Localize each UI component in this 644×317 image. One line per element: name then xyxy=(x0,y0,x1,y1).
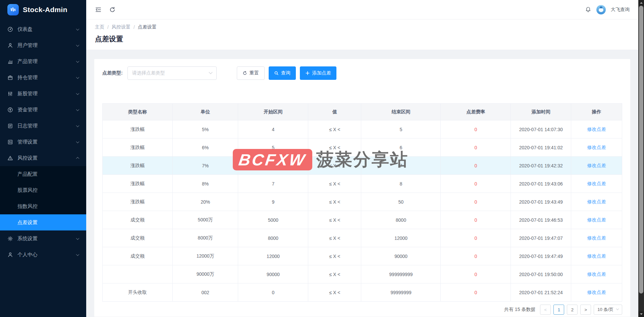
cell-end: 12000 xyxy=(361,229,441,247)
next-page-button[interactable]: > xyxy=(580,305,591,315)
cell-start: 5 xyxy=(238,139,308,157)
page-button-2[interactable]: 2 xyxy=(567,305,578,315)
cell-type: 涨跌幅 xyxy=(103,120,173,139)
sidebar-item-8[interactable]: 风控设置 xyxy=(0,150,86,166)
sidebar-item-label: 资金管理 xyxy=(17,107,38,113)
edit-spread-link[interactable]: 修改点差 xyxy=(587,145,606,150)
column-header-2: 开始区间 xyxy=(238,104,308,120)
sidebar-subitem-1[interactable]: 股票风控 xyxy=(0,182,86,198)
edit-spread-link[interactable]: 修改点差 xyxy=(587,199,606,204)
sidebar-item-label: 风控设置 xyxy=(17,155,38,161)
bell-icon[interactable] xyxy=(585,6,591,13)
chevron-down-icon xyxy=(76,27,79,31)
cell-type: 涨跌幅 xyxy=(103,193,173,211)
search-icon xyxy=(274,71,279,75)
users-icon xyxy=(7,43,13,48)
funds-icon xyxy=(7,107,13,113)
cell-action: 修改点差 xyxy=(571,139,622,157)
cell-rate: 0 xyxy=(441,120,511,139)
profile-icon xyxy=(7,252,13,258)
edit-spread-link[interactable]: 修改点差 xyxy=(587,217,606,222)
sidebar-item-4[interactable]: 新股管理 xyxy=(0,86,86,102)
add-spread-button[interactable]: 添加点差 xyxy=(300,66,336,80)
edit-spread-link[interactable]: 修改点差 xyxy=(587,253,606,259)
sidebar-item-0[interactable]: 仪表盘 xyxy=(0,21,86,37)
table-row: 涨跌幅20%9≤ X <5002020-07-01 19:43:49修改点差 xyxy=(103,193,622,211)
sidebar-subitem-2[interactable]: 指数风控 xyxy=(0,198,86,214)
edit-spread-link[interactable]: 修改点差 xyxy=(587,126,606,132)
cell-unit: 002 xyxy=(173,283,238,302)
cell-start: 12000 xyxy=(238,247,308,265)
filter-label: 点差类型: xyxy=(102,70,123,76)
cell-op: ≤ X < xyxy=(308,120,361,139)
column-header-4: 结束区间 xyxy=(361,104,441,120)
edit-spread-link[interactable]: 修改点差 xyxy=(587,181,606,186)
risk-icon xyxy=(7,155,13,161)
edit-spread-link[interactable]: 修改点差 xyxy=(587,289,606,295)
page-size-select[interactable]: 10 条/页 xyxy=(594,305,622,315)
cell-action: 修改点差 xyxy=(571,247,622,265)
admin-settings-icon xyxy=(7,139,13,145)
cell-rate: 0 xyxy=(441,211,511,229)
edit-spread-link[interactable]: 修改点差 xyxy=(587,235,606,241)
table-row: 成交额5000万5000≤ X <800002020-07-01 19:46:5… xyxy=(103,211,622,229)
triangle-up-icon xyxy=(640,2,643,4)
cell-time: 2020-07-01 19:46:53 xyxy=(511,211,571,229)
cell-op: ≤ X < xyxy=(308,265,361,283)
sidebar-item-5[interactable]: 资金管理 xyxy=(0,102,86,118)
reset-button[interactable]: 重置 xyxy=(237,66,265,80)
cell-unit: 5% xyxy=(173,120,238,139)
scrollbar-thumb[interactable] xyxy=(639,6,643,294)
cell-unit: 8000万 xyxy=(173,229,238,247)
sidebar-subitem-3[interactable]: 点差设置 xyxy=(0,214,86,230)
cell-start: 8000 xyxy=(238,229,308,247)
sidebar-item-7[interactable]: 管理设置 xyxy=(0,134,86,150)
cell-action: 修改点差 xyxy=(571,211,622,229)
menu-fold-icon[interactable] xyxy=(95,6,102,13)
sidebar-item-1[interactable]: 用户管理 xyxy=(0,37,86,53)
cell-unit: 7% xyxy=(173,157,238,175)
refresh-icon xyxy=(243,71,247,75)
sidebar-item-3[interactable]: 持仓管理 xyxy=(0,69,86,86)
edit-spread-link[interactable]: 修改点差 xyxy=(587,163,606,168)
cell-time: 2020-07-01 14:07:30 xyxy=(511,120,571,139)
avatar[interactable] xyxy=(596,5,606,14)
cell-op: ≤ X < xyxy=(308,247,361,265)
vertical-scrollbar[interactable] xyxy=(638,0,644,317)
prev-page-button[interactable]: < xyxy=(540,305,551,315)
scroll-up-button[interactable] xyxy=(638,0,644,6)
chevron-down-icon xyxy=(76,124,79,127)
cell-rate: 0 xyxy=(441,157,511,175)
sidebar-item-9[interactable]: 系统设置 xyxy=(0,230,86,247)
spread-type-select[interactable]: 请选择点差类型 xyxy=(127,66,217,80)
sidebar-item-10[interactable]: 个人中心 xyxy=(0,247,86,263)
breadcrumb-item-0[interactable]: 主页 xyxy=(95,24,104,30)
username[interactable]: 大飞查询 xyxy=(611,7,630,13)
add-spread-label: 添加点差 xyxy=(312,70,331,76)
page-button-1[interactable]: 1 xyxy=(553,305,564,315)
breadcrumb: 主页/风控设置/点差设置 xyxy=(95,24,630,30)
logs-icon xyxy=(7,123,13,129)
sidebar-item-6[interactable]: 日志管理 xyxy=(0,118,86,134)
chevron-down-icon xyxy=(209,70,212,74)
cell-start: 0 xyxy=(238,283,308,302)
sidebar: Stock-Admin 仪表盘用户管理产品管理持仓管理新股管理资金管理日志管理管… xyxy=(0,0,86,317)
cell-op: ≤ X < xyxy=(308,157,361,175)
sidebar-subitem-0[interactable]: 产品配置 xyxy=(0,166,86,182)
search-button[interactable]: 查询 xyxy=(269,66,296,80)
chevron-down-icon xyxy=(76,59,79,63)
sidebar-item-label: 个人中心 xyxy=(17,252,38,258)
cell-time: 2020-07-01 21:52:24 xyxy=(511,283,571,302)
scroll-down-button[interactable] xyxy=(638,311,644,317)
reload-icon[interactable] xyxy=(109,6,116,13)
column-header-5: 点差费率 xyxy=(441,104,511,120)
page-buttons: 12 xyxy=(553,305,578,315)
breadcrumb-item-1[interactable]: 风控设置 xyxy=(112,24,130,30)
edit-spread-link[interactable]: 修改点差 xyxy=(587,271,606,277)
chevron-down-icon xyxy=(616,307,619,310)
sidebar-item-2[interactable]: 产品管理 xyxy=(0,53,86,69)
chevron-down-icon xyxy=(76,253,79,256)
system-icon xyxy=(7,236,13,242)
sidebar-item-label: 仪表盘 xyxy=(17,26,33,33)
column-header-0: 类型名称 xyxy=(103,104,173,120)
